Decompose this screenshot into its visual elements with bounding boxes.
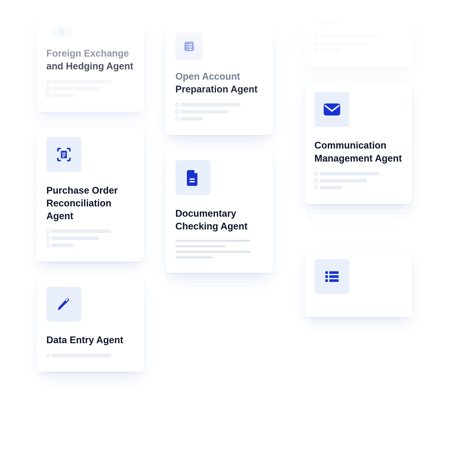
svg-rect-17 [325,271,328,274]
svg-rect-13 [189,49,192,50]
agent-cards-grid: Foreign Exchange and Hedging Agent [0,0,476,476]
card-agent-top-faded[interactable]: Agent [304,8,412,67]
svg-rect-5 [62,156,65,157]
card-communication-management-agent-stack: Communication Management Agent [304,82,412,204]
svg-rect-20 [329,275,338,278]
card-title: Communication Management Agent [314,139,402,165]
placeholder-lines [46,229,134,247]
svg-rect-4 [62,155,66,156]
grid-list-icon [314,259,349,294]
svg-rect-14 [190,178,195,180]
card-documentary-checking-agent-stack: Documentary Checking Agent [165,150,273,273]
placeholder-lines [175,103,263,121]
svg-rect-18 [329,271,338,274]
card-communication-management-agent[interactable]: Communication Management Agent [304,82,412,204]
placeholder-lines [46,354,134,357]
svg-rect-11 [189,46,192,48]
card-title: Documentary Checking Agent [175,207,263,233]
svg-rect-1 [61,28,62,30]
svg-rect-15 [190,181,195,182]
svg-rect-21 [325,279,328,282]
card-title: Data Entry Agent [46,334,134,346]
placeholder-text-lines [175,240,263,258]
card-purchase-order-reconciliation-agent[interactable]: Purchase Order Reconciliation Agent [36,127,144,262]
card-foreign-exchange-hedging-agent[interactable]: Foreign Exchange and Hedging Agent [36,15,144,112]
card-title: Purchase Order Reconciliation Agent [46,184,134,223]
card-title: Open Account Preparation Agent [175,70,263,96]
placeholder-lines [314,35,402,52]
svg-rect-22 [329,279,338,282]
card-data-entry-agent[interactable]: Data Entry Agent [36,277,144,372]
placeholder-lines [46,80,134,97]
card-title: Agent [314,15,402,28]
card-open-account-preparation-agent[interactable]: Open Account Preparation Agent [165,23,273,135]
svg-rect-10 [187,46,188,48]
card-bottom-right-partial[interactable] [304,249,412,317]
svg-rect-3 [62,153,66,154]
svg-rect-9 [189,44,192,45]
mail-icon [314,92,349,127]
clipboard-icon [51,25,71,38]
scan-list-icon [46,137,81,172]
svg-rect-16 [324,103,340,115]
svg-rect-19 [325,275,328,278]
svg-rect-0 [60,29,63,34]
svg-rect-12 [187,49,188,50]
card-documentary-checking-agent[interactable]: Documentary Checking Agent [165,150,273,273]
svg-rect-8 [187,44,188,45]
list-icon [175,33,203,60]
placeholder-lines [314,172,402,189]
document-icon [175,160,210,195]
pencil-icon [46,287,81,322]
card-title: Foreign Exchange and Hedging Agent [46,47,134,73]
